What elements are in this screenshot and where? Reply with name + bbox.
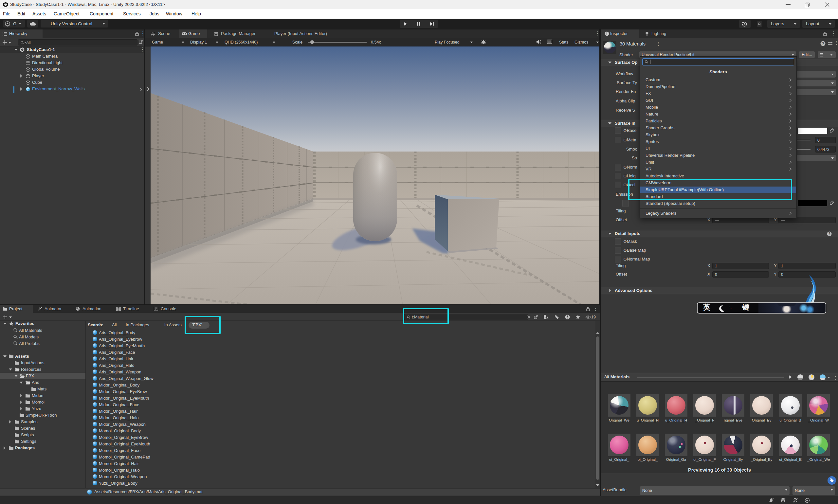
svg-text:?: ? [828,232,830,236]
svg-text:?: ? [822,41,824,46]
